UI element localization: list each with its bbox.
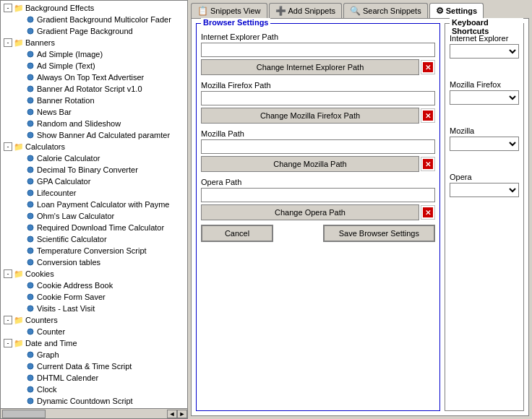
tree-item-counters[interactable]: -📁Counters [2, 314, 186, 326]
change-mozilla-btn[interactable]: Change Mozilla Path [201, 156, 419, 172]
tree-toggle-calculators[interactable]: - [4, 142, 12, 151]
kb-firefox-select[interactable] [450, 90, 519, 105]
tree-label-ad-simple-text: Ad Simple (Text) [37, 61, 95, 70]
tree-item-visits-last[interactable]: Visits - Last Visit [2, 303, 186, 314]
item-icon-dynamic-countdown [25, 396, 35, 406]
folder-icon-calculators: 📁 [14, 142, 24, 152]
tab-snippets-view[interactable]: 📋 Snippets View [191, 3, 267, 18]
tree-item-ad-simple-text[interactable]: Ad Simple (Text) [2, 60, 186, 72]
tree-item-temp-conversion[interactable]: Temperature Conversion Script [2, 245, 186, 256]
tree-label-scientific-calc: Scientific Calculator [37, 235, 107, 243]
tree-label-banner-rotation: Banner Rotation [37, 96, 95, 105]
tree-toggle-banners[interactable]: - [4, 38, 12, 47]
tree-label-date-time: Date and Time [25, 339, 77, 347]
tree-toggle-bg-effects[interactable]: - [4, 4, 12, 12]
mozilla-path-input[interactable] [201, 139, 435, 154]
item-icon-bar-graph-clock [25, 350, 35, 360]
tab-search-snippets[interactable]: 🔍 Search Snippets [343, 3, 428, 18]
settings-area: Browser Settings Internet Explorer Path … [191, 18, 529, 416]
tree-item-date-time[interactable]: -📁Date and Time [2, 337, 186, 349]
tree-toggle-date-time[interactable]: - [4, 339, 12, 347]
item-icon-banner-rotation [25, 95, 35, 105]
save-button[interactable]: Save Browser Settings [323, 225, 435, 242]
tree-item-fake-counter[interactable]: Counter [2, 326, 186, 337]
clear-firefox-btn[interactable]: ✕ [421, 108, 435, 123]
svg-point-7 [27, 109, 33, 115]
tree-item-show-banner[interactable]: Show Banner Ad Calculated paramter [2, 129, 186, 141]
scrollbar-thumb[interactable] [2, 410, 46, 418]
tree-item-lifecounter[interactable]: Lifecounter [2, 187, 186, 199]
tree-item-unit-conversion[interactable]: Conversion tables [2, 256, 186, 268]
settings-icon: ⚙ [436, 6, 444, 16]
ie-path-label: Internet Explorer Path [201, 33, 435, 41]
change-firefox-btn[interactable]: Change Mozilla Firefox Path [201, 108, 419, 124]
tree-item-ad-simple-image[interactable]: Ad Simple (Image) [2, 48, 186, 60]
tree-item-dynamic-countdown[interactable]: Dynamic Countdown Script [2, 395, 186, 407]
folder-icon-counters: 📁 [14, 315, 24, 325]
tree-item-always-on-top[interactable]: Always On Top Text Advertiser [2, 72, 186, 83]
firefox-path-input[interactable] [201, 91, 435, 105]
scroll-right-btn[interactable]: ► [177, 410, 187, 418]
tree-item-loan-payment[interactable]: Loan Payment Calculator with Payme [2, 199, 186, 210]
tree-toggle-cookies[interactable]: - [4, 269, 12, 278]
tree-view[interactable]: -📁Background EffectsGradient Background … [1, 1, 187, 408]
scroll-left-btn[interactable]: ◄ [167, 410, 177, 418]
kb-ie-select[interactable] [450, 44, 519, 59]
svg-point-12 [27, 178, 33, 184]
tree-toggle-counters[interactable]: - [4, 316, 12, 324]
kb-mozilla-field: Mozilla [450, 126, 519, 151]
tree-label-dhtml-calender: DHTML Calender [37, 373, 98, 382]
tree-item-banners[interactable]: -📁Banners [2, 37, 186, 48]
svg-point-8 [27, 121, 33, 126]
tree-item-banner-ad-rotator[interactable]: Banner Ad Rotator Script v1.0 [2, 83, 186, 95]
tree-item-random-banner[interactable]: Random and Slideshow [2, 118, 186, 129]
tree-item-gpa-calc[interactable]: GPA Calculator [2, 176, 186, 187]
tree-item-current-datetime[interactable]: Current Data & Time Script [2, 360, 186, 372]
change-ie-btn[interactable]: Change Internet Explorer Path [201, 59, 419, 75]
item-icon-cookie-address [25, 280, 35, 290]
tree-label-banners: Banners [25, 38, 55, 47]
folder-icon-date-time: 📁 [14, 338, 24, 348]
tree-item-bg-effects[interactable]: -📁Background Effects [2, 2, 186, 14]
opera-path-input[interactable] [201, 188, 435, 202]
svg-point-14 [27, 202, 33, 207]
tree-item-decimal-binary[interactable]: Decimal To Binary Converter [2, 164, 186, 176]
tree-item-digital-clock[interactable]: Clock [2, 384, 186, 395]
tree-item-calorie-calc[interactable]: Calorie Calculator [2, 152, 186, 164]
svg-point-18 [27, 248, 33, 254]
tree-item-gradient-multi[interactable]: Gradient Background Multicolor Fader [2, 14, 186, 25]
firefox-path-label: Mozilla Firefox Path [201, 81, 435, 90]
tree-item-cookies[interactable]: -📁Cookies [2, 268, 186, 280]
clear-ie-icon: ✕ [423, 62, 433, 72]
tree-item-calculators[interactable]: -📁Calculators [2, 141, 186, 152]
tree-item-cookie-address[interactable]: Cookie Address Book [2, 280, 186, 291]
tree-item-required-download[interactable]: Required Download Time Calculator [2, 222, 186, 233]
tree-item-scientific-calc[interactable]: Scientific Calculator [2, 233, 186, 245]
tree-label-lifecounter: Lifecounter [37, 189, 76, 197]
tree-item-gradient-page[interactable]: Gradient Page Background [2, 25, 186, 37]
ie-path-input[interactable] [201, 43, 435, 57]
kb-mozilla-select[interactable] [450, 137, 519, 151]
tree-label-gradient-multi: Gradient Background Multicolor Fader [37, 15, 171, 24]
tree-item-bar-graph-clock[interactable]: Graph [2, 349, 186, 360]
item-icon-cookie-form [25, 292, 35, 302]
change-opera-btn[interactable]: Change Opera Path [201, 204, 419, 220]
tree-item-banner-rotation[interactable]: Banner Rotation [2, 95, 186, 106]
tree-item-cookie-form[interactable]: Cookie Form Saver [2, 291, 186, 303]
kb-opera-select[interactable] [450, 183, 519, 197]
tree-label-required-download: Required Download Time Calculator [37, 223, 164, 232]
tree-label-random-banner: Random and Slideshow [37, 119, 121, 128]
horizontal-scrollbar[interactable]: ◄ ► [1, 408, 187, 418]
svg-point-16 [27, 225, 33, 230]
tab-add-snippets[interactable]: ➕ Add Snippets [269, 3, 342, 18]
tree-item-ohms-law[interactable]: Ohm's Law Calculator [2, 210, 186, 222]
tree-item-news-bar[interactable]: News Bar [2, 106, 186, 118]
folder-icon-cookies: 📁 [14, 269, 24, 279]
tree-item-dhtml-calender[interactable]: DHTML Calender [2, 372, 186, 384]
clear-ie-btn[interactable]: ✕ [421, 60, 435, 74]
clear-mozilla-btn[interactable]: ✕ [421, 157, 435, 171]
svg-point-10 [27, 155, 33, 161]
tab-settings[interactable]: ⚙ Settings [429, 3, 484, 18]
clear-opera-btn[interactable]: ✕ [421, 205, 435, 220]
cancel-button[interactable]: Cancel [201, 225, 273, 242]
